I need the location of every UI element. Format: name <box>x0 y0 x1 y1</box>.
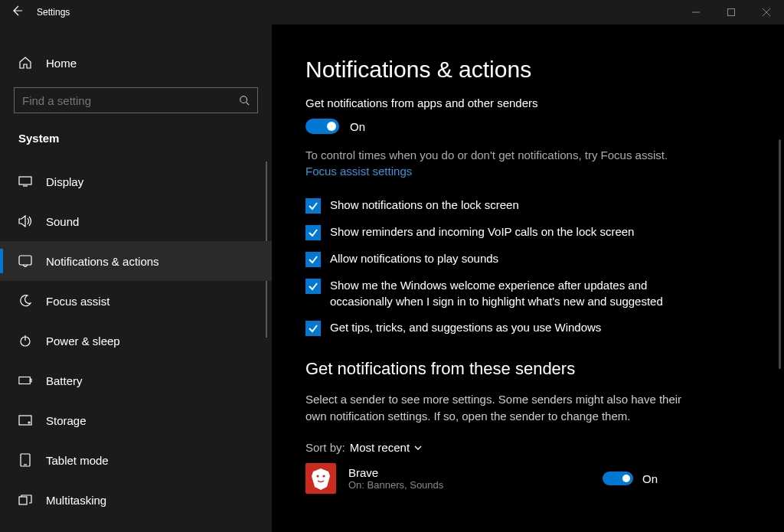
content-area: Notifications & actions Get notification… <box>272 24 784 532</box>
checkbox-welcome-experience[interactable]: Show me the Windows welcome experience a… <box>305 278 704 309</box>
maximize-icon <box>727 8 735 16</box>
master-toggle-label: Get notifications from apps and other se… <box>305 96 704 109</box>
master-toggle-state: On <box>350 120 365 133</box>
display-icon <box>18 175 32 188</box>
multitasking-icon <box>18 493 32 507</box>
checkbox-icon <box>305 225 321 240</box>
sidebar-nav: Display Sound Notifications & actions Fo… <box>0 162 272 520</box>
checkbox-icon <box>305 279 321 294</box>
sidebar-item-storage[interactable]: Storage <box>0 400 272 440</box>
search-input[interactable] <box>14 87 258 113</box>
svg-rect-12 <box>30 379 31 382</box>
sidebar-item-label: Sound <box>46 215 79 228</box>
sidebar-item-label: Tablet mode <box>46 454 109 467</box>
sidebar-item-label: Display <box>46 175 83 188</box>
checkbox-label: Show reminders and incoming VoIP calls o… <box>330 224 634 240</box>
page-title: Notifications & actions <box>305 57 704 83</box>
tablet-icon <box>18 453 32 467</box>
sidebar-item-display[interactable]: Display <box>0 162 272 201</box>
search-icon <box>239 95 250 106</box>
content-scrollbar[interactable] <box>779 139 781 369</box>
checkbox-lock-screen-notifications[interactable]: Show notifications on the lock screen <box>305 197 704 214</box>
svg-point-14 <box>28 422 30 423</box>
checkbox-icon <box>305 321 321 336</box>
checkbox-tips-tricks[interactable]: Get tips, tricks, and suggestions as you… <box>305 320 704 336</box>
sender-subtext: On: Banners, Sounds <box>348 479 443 491</box>
sort-value: Most recent <box>350 441 410 454</box>
sidebar-item-label: Battery <box>46 374 83 387</box>
checkbox-play-sounds[interactable]: Allow notifications to play sounds <box>305 251 704 267</box>
sort-label: Sort by: <box>305 441 345 454</box>
focus-assist-hint: To control times when you do or don't ge… <box>305 148 704 163</box>
svg-rect-17 <box>19 497 27 504</box>
battery-icon <box>18 374 32 387</box>
checkbox-reminders-voip[interactable]: Show reminders and incoming VoIP calls o… <box>305 224 704 240</box>
sender-toggle-state: On <box>642 472 658 485</box>
power-icon <box>18 334 32 348</box>
storage-icon <box>18 413 32 427</box>
svg-point-18 <box>316 475 318 478</box>
sidebar-item-label: Notifications & actions <box>46 255 159 268</box>
sidebar-item-label: Focus assist <box>46 295 109 308</box>
checkbox-label: Get tips, tricks, and suggestions as you… <box>330 320 601 335</box>
checkbox-label: Show me the Windows welcome experience a… <box>330 278 704 309</box>
moon-icon <box>18 294 32 308</box>
sidebar-item-battery[interactable]: Battery <box>0 361 272 400</box>
close-button[interactable] <box>749 0 784 24</box>
arrow-left-icon <box>11 5 23 17</box>
sender-name: Brave <box>348 466 443 479</box>
close-icon <box>763 8 770 16</box>
sidebar-item-power-sleep[interactable]: Power & sleep <box>0 321 272 361</box>
sidebar-item-focus-assist[interactable]: Focus assist <box>0 281 272 321</box>
svg-rect-1 <box>728 9 735 16</box>
checkbox-label: Show notifications on the lock screen <box>330 197 519 213</box>
sidebar-item-tablet-mode[interactable]: Tablet mode <box>0 440 272 480</box>
sidebar-item-label: Power & sleep <box>46 335 120 348</box>
svg-rect-11 <box>19 377 30 384</box>
svg-line-5 <box>247 103 250 106</box>
sidebar: Home System Display Sound <box>0 24 272 532</box>
sidebar-item-sound[interactable]: Sound <box>0 201 272 241</box>
sidebar-item-notifications-actions[interactable]: Notifications & actions <box>0 241 272 281</box>
checkbox-label: Allow notifications to play sounds <box>330 251 498 266</box>
sort-by-dropdown[interactable]: Sort by: Most recent <box>305 441 704 454</box>
focus-assist-link[interactable]: Focus assist settings <box>305 165 704 178</box>
sound-icon <box>18 214 32 228</box>
svg-rect-6 <box>19 177 31 184</box>
checkbox-icon <box>305 198 321 214</box>
master-toggle[interactable] <box>305 119 339 134</box>
titlebar: Settings <box>0 0 784 24</box>
svg-point-19 <box>322 475 325 478</box>
notifications-icon <box>18 254 32 268</box>
home-label: Home <box>46 57 77 70</box>
svg-point-4 <box>240 96 247 103</box>
sidebar-item-multitasking[interactable]: Multitasking <box>0 480 272 520</box>
minimize-icon <box>692 8 700 16</box>
minimize-button[interactable] <box>678 0 714 24</box>
back-button[interactable] <box>11 5 23 20</box>
checkbox-icon <box>305 252 321 267</box>
senders-description: Select a sender to see more settings. So… <box>305 391 704 425</box>
home-button[interactable]: Home <box>14 47 258 78</box>
maximize-button[interactable] <box>714 0 749 24</box>
sender-toggle-brave[interactable] <box>603 472 633 485</box>
brave-app-icon <box>305 463 336 494</box>
sidebar-item-label: Storage <box>46 414 87 427</box>
home-icon <box>18 56 32 70</box>
sender-row-brave[interactable]: Brave On: Banners, Sounds On <box>305 463 704 494</box>
svg-rect-8 <box>19 256 31 265</box>
category-label: System <box>14 132 258 145</box>
search-field[interactable] <box>22 94 239 107</box>
chevron-down-icon <box>414 446 422 450</box>
sidebar-item-label: Multitasking <box>46 494 106 507</box>
senders-heading: Get notifications from these senders <box>305 359 704 379</box>
window-title: Settings <box>37 7 70 18</box>
